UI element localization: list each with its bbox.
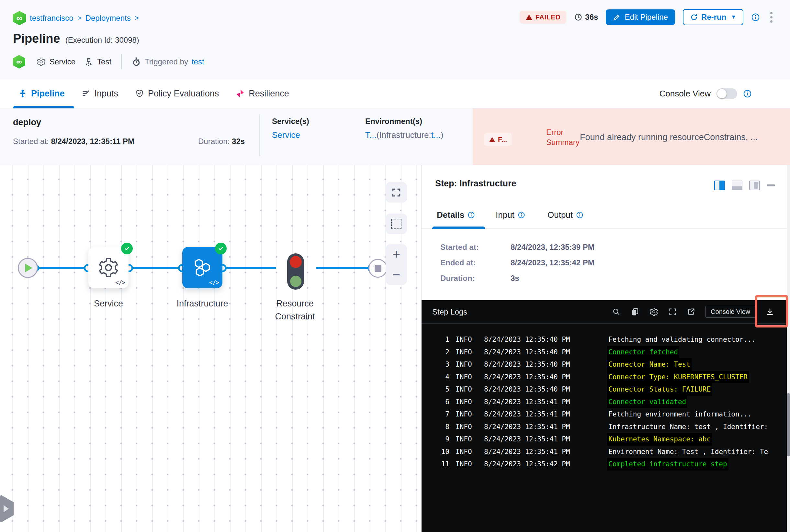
service-meta[interactable]: Service [36, 57, 75, 66]
title-row: Pipeline (Execution Id: 30098) [13, 32, 139, 45]
success-check-badge [215, 243, 227, 254]
log-level: INFO [456, 383, 475, 396]
duration-chip: 36s [574, 13, 598, 22]
breadcrumb-deployments-link[interactable]: Deployments [86, 14, 131, 23]
tab-pipeline[interactable]: Pipeline [18, 89, 65, 99]
tab-resilience[interactable]: Resilience [236, 89, 289, 99]
edit-pipeline-button[interactable]: Edit Pipeline [606, 10, 675, 25]
step-panel-title: Step: Infrastructure [435, 178, 516, 189]
console-view-toggle[interactable] [717, 88, 737, 99]
log-message: Kubernetes Namespace: abc [607, 433, 712, 445]
log-line: 10 INFO 8/24/2023 12:35:41 PM Environmen… [433, 445, 790, 458]
scrollbar-thumb[interactable] [787, 393, 790, 456]
gear-icon[interactable] [649, 307, 659, 317]
warning-icon [526, 14, 533, 21]
status-badge: FAILED [520, 11, 567, 24]
environment-link[interactable]: T...(Infrastructure:t...) [365, 130, 443, 140]
panel-scrollbar[interactable] [787, 165, 790, 532]
log-timestamp: 8/24/2023 12:35:40 PM [484, 371, 575, 383]
stage-summary-bar: deploy Started at: 8/24/2023, 12:35:11 P… [0, 109, 790, 165]
tab-inputs[interactable]: Inputs [81, 89, 118, 99]
info-icon[interactable] [743, 89, 752, 98]
red-light [290, 256, 302, 268]
fullscreen-icon [391, 187, 402, 198]
gear-icon [97, 256, 120, 279]
stage-duration: Duration: 32s [198, 137, 245, 146]
log-message: Connector fetched [607, 346, 679, 359]
stop-icon [374, 265, 381, 272]
log-level: INFO [456, 421, 475, 433]
split-view-button[interactable] [714, 180, 725, 190]
log-level: INFO [456, 358, 475, 371]
log-level: INFO [456, 371, 475, 383]
external-link-icon[interactable] [687, 307, 696, 316]
copy-icon[interactable] [630, 307, 640, 317]
zoom-in-button[interactable]: + [392, 248, 401, 261]
tab-output[interactable]: Output [548, 210, 584, 220]
fullscreen-icon[interactable] [668, 307, 677, 316]
tab-details[interactable]: Details [437, 210, 475, 220]
breadcrumb-project-link[interactable]: testfrancisco [30, 14, 73, 23]
log-level: INFO [456, 396, 475, 408]
more-options-menu[interactable] [768, 11, 775, 24]
canvas-fullscreen-button[interactable] [386, 182, 407, 203]
gear-icon [36, 57, 46, 66]
console-view-button[interactable]: Console View [705, 306, 756, 318]
tab-input[interactable]: Input [496, 210, 525, 220]
node-label: ResourceConstraint [262, 297, 327, 323]
log-line-number: 2 [433, 346, 449, 359]
log-line-number: 11 [433, 458, 449, 471]
code-chip: </> [209, 279, 219, 286]
check-icon [218, 245, 224, 252]
log-message: Connector Name: Test [607, 358, 692, 371]
log-line-number: 9 [433, 433, 449, 445]
log-line-number: 4 [433, 371, 449, 383]
resilience-icon [236, 89, 245, 98]
canvas-marquee-select-button[interactable] [386, 213, 407, 234]
harness-logo-icon: ∞ [13, 55, 25, 69]
shield-check-icon [135, 89, 144, 98]
log-lines[interactable]: 1 INFO 8/24/2023 12:35:40 PM Fetching an… [422, 324, 790, 471]
failed-chip: F... [484, 133, 512, 146]
triggered-by-user-link[interactable]: test [192, 57, 204, 66]
log-message: Infrastructure Name: test , Identifier: [608, 421, 768, 433]
log-message: Connector Status: FAILURE [607, 383, 712, 396]
clock-icon [574, 13, 583, 21]
collapse-panel-button[interactable] [767, 185, 775, 186]
log-timestamp: 8/24/2023 12:35:41 PM [484, 421, 575, 433]
log-line-number: 3 [433, 358, 449, 371]
download-icon[interactable] [766, 307, 774, 317]
log-line: 9 INFO 8/24/2023 12:35:41 PM Kubernetes … [433, 433, 790, 445]
search-icon[interactable] [612, 307, 621, 316]
start-node [18, 258, 38, 278]
step-logs-title: Step Logs [432, 307, 467, 317]
harness-logo-icon: ∞ [13, 11, 26, 25]
log-line: 7 INFO 8/24/2023 12:35:41 PM Fetching en… [433, 408, 790, 421]
resource-constraint-node[interactable] [287, 253, 304, 290]
code-chip: </> [115, 279, 125, 286]
graph-edge [316, 267, 374, 269]
execution-id: (Execution Id: 30098) [66, 36, 139, 45]
log-timestamp: 8/24/2023 12:35:40 PM [484, 383, 575, 396]
service-link[interactable]: Service [272, 130, 309, 140]
pipeline-graph-canvas[interactable]: </> </> Service Infrastructure Res [0, 165, 421, 532]
bottom-view-button[interactable] [732, 180, 742, 190]
infrastructure-node[interactable]: </> [182, 247, 222, 288]
graph-edge [221, 267, 276, 269]
rerun-button[interactable]: Re-run ▼ [683, 9, 743, 25]
log-line-number: 7 [433, 408, 449, 421]
log-line: 5 INFO 8/24/2023 12:35:40 PM Connector S… [433, 383, 790, 396]
tab-policy-evaluations[interactable]: Policy Evaluations [135, 89, 219, 99]
main-content: </> </> Service Infrastructure Res [0, 165, 790, 532]
chevron-right-icon: > [135, 14, 139, 22]
expand-panel-button[interactable] [0, 495, 14, 522]
info-icon[interactable] [751, 13, 760, 22]
log-timestamp: 8/24/2023 12:35:41 PM [484, 408, 575, 421]
service-node[interactable]: </> [88, 247, 129, 288]
step-detail-panel: Step: Infrastructure Details Input Outpu… [421, 165, 790, 532]
log-level: INFO [456, 433, 475, 445]
error-summary-label: ErrorSummary [546, 127, 585, 147]
environment-meta[interactable]: Test [84, 57, 111, 66]
right-view-button[interactable] [749, 180, 760, 190]
zoom-out-button[interactable]: − [392, 268, 401, 281]
